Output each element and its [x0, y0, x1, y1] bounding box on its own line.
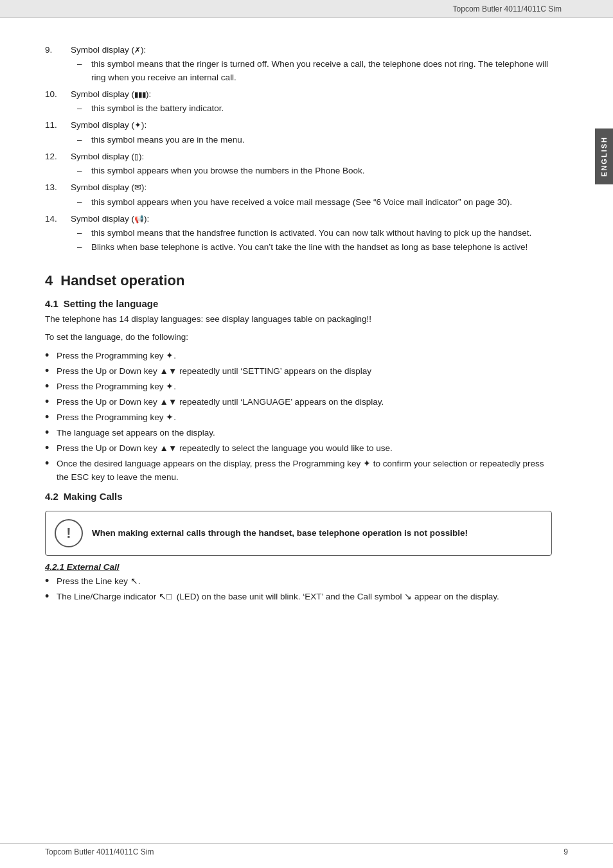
item-sub-text-14a: this symbol means that the handsfree fun…: [91, 227, 552, 240]
list-item: • Press the Up or Down key ▲▼ repeatedly…: [45, 396, 552, 409]
bullet-text: Press the Up or Down key ▲▼ repeatedly t…: [57, 442, 552, 456]
item-content-13: Symbol display (✉): – this symbol appear…: [71, 181, 552, 209]
item-num-12: 12.: [45, 150, 71, 178]
header-title: Topcom Butler 4011/4011C Sim: [453, 4, 562, 13]
list-item-10: 10. Symbol display (▮▮▮): – this symbol …: [45, 88, 552, 116]
footer-left: Topcom Butler 4011/4011C Sim: [45, 847, 154, 856]
bullet-icon: •: [45, 411, 57, 425]
bullet-icon: •: [45, 590, 57, 604]
section-41-intro: The telephone has 14 display languages: …: [45, 313, 552, 326]
bullet-text: The language set appears on the display.: [57, 427, 552, 440]
item-sub-text-14b: Blinks when base telephone is active. Yo…: [91, 241, 552, 254]
item-label-9: Symbol display (✗):: [71, 45, 146, 55]
bullet-icon: •: [45, 426, 57, 440]
section-41-title: Setting the language: [64, 298, 159, 309]
item-content-12: Symbol display (▯): – this symbol appear…: [71, 150, 552, 178]
item-sub-10: – this symbol is the battery indicator.: [71, 102, 552, 115]
bullet-text: Press the Up or Down key ▲▼ repeatedly u…: [57, 365, 552, 378]
bullet-icon: •: [45, 395, 57, 409]
item-content-9: Symbol display (✗): – this symbol means …: [71, 44, 552, 84]
bullet-text: Once the desired language appears on the…: [57, 457, 552, 484]
bullet-text: Press the Programming key ✦.: [57, 380, 552, 394]
list-item: • The language set appears on the displa…: [45, 427, 552, 440]
item-content-14: Symbol display (📢): – this symbol means …: [71, 213, 552, 254]
section-41-num: 4.1: [45, 298, 58, 309]
section-41-bullet-list: • Press the Programming key ✦. • Press t…: [45, 350, 552, 484]
subheading-421: 4.2.1 External Call: [45, 562, 552, 572]
list-item: • Press the Programming key ✦.: [45, 350, 552, 363]
list-item-12: 12. Symbol display (▯): – this symbol ap…: [45, 150, 552, 178]
section-4-num: 4: [45, 272, 53, 289]
item-sub-text-11: this symbol means you are in the menu.: [91, 134, 552, 146]
item-content-10: Symbol display (▮▮▮): – this symbol is t…: [71, 88, 552, 116]
section-42-num: 4.2: [45, 491, 58, 502]
top-header: Topcom Butler 4011/4011C Sim: [0, 0, 613, 18]
page-footer: Topcom Butler 4011/4011C Sim 9: [0, 843, 613, 856]
footer-right: 9: [564, 847, 568, 856]
bullet-icon: •: [45, 441, 57, 456]
item-content-11: Symbol display (✦): – this symbol means …: [71, 119, 552, 146]
bullet-text: Press the Programming key ✦.: [57, 411, 552, 425]
item-label-11: Symbol display (✦):: [71, 120, 147, 130]
section-41-heading: 4.1Setting the language: [45, 298, 552, 309]
main-content: 9. Symbol display (✗): – this symbol mea…: [45, 44, 574, 603]
item-sub-13: – this symbol appears when you have rece…: [71, 196, 552, 209]
subheading-421-label: 4.2.1 External Call: [45, 562, 120, 572]
list-item: • Press the Programming key ✦.: [45, 411, 552, 425]
item-label-10: Symbol display (▮▮▮):: [71, 89, 151, 99]
item-num-14: 14.: [45, 213, 71, 254]
item-sub-11: – this symbol means you are in the menu.: [71, 134, 552, 146]
bullet-icon: •: [45, 457, 57, 471]
bullet-icon: •: [45, 364, 57, 378]
bullet-text: The Line/Charge indicator ↖□ (LED) on th…: [57, 590, 552, 604]
list-item-11: 11. Symbol display (✦): – this symbol me…: [45, 119, 552, 146]
item-num-11: 11.: [45, 119, 71, 146]
section-421-bullet-list: • Press the Line key ↖. • The Line/Charg…: [45, 575, 552, 604]
list-item: • Once the desired language appears on t…: [45, 457, 552, 484]
warning-icon: !: [55, 519, 83, 547]
side-tab-label: ENGLISH: [600, 136, 608, 177]
warning-text: When making external calls through the h…: [92, 527, 468, 540]
item-num-10: 10.: [45, 88, 71, 116]
list-item-14: 14. Symbol display (📢): – this symbol me…: [45, 213, 552, 254]
item-label-14: Symbol display (📢):: [71, 214, 149, 224]
section-42-title: Making Calls: [64, 491, 123, 502]
bullet-text: Press the Programming key ✦.: [57, 350, 552, 363]
item-sub-12: – this symbol appears when you browse th…: [71, 164, 552, 177]
section-42-heading: 4.2Making Calls: [45, 491, 552, 502]
bullet-text: Press the Up or Down key ▲▼ repeatedly u…: [57, 396, 552, 409]
bullet-text: Press the Line key ↖.: [57, 575, 552, 589]
warning-box: ! When making external calls through the…: [45, 511, 552, 556]
item-num-13: 13.: [45, 181, 71, 209]
list-item-13: 13. Symbol display (✉): – this symbol ap…: [45, 181, 552, 209]
item-num-9: 9.: [45, 44, 71, 84]
section-4-heading: 4 Handset operation: [45, 272, 552, 289]
bullet-icon: •: [45, 349, 57, 363]
list-item: • Press the Programming key ✦.: [45, 380, 552, 394]
item-label-12: Symbol display (▯):: [71, 152, 144, 161]
section-41-intro2: To set the language, do the following:: [45, 331, 552, 344]
item-sub-text-9: this symbol means that the ringer is tur…: [91, 58, 552, 84]
side-tab: ENGLISH: [595, 128, 613, 184]
item-label-13: Symbol display (✉):: [71, 182, 147, 192]
item-sub-text-12: this symbol appears when you browse the …: [91, 164, 552, 177]
list-item: • The Line/Charge indicator ↖□ (LED) on …: [45, 590, 552, 604]
list-item: • Press the Up or Down key ▲▼ repeatedly…: [45, 442, 552, 456]
section-4-title: Handset operation: [60, 272, 184, 289]
item-sub-text-13: this symbol appears when you have receiv…: [91, 196, 552, 209]
list-item: • Press the Line key ↖.: [45, 575, 552, 589]
item-sub-14b: – Blinks when base telephone is active. …: [71, 241, 552, 254]
item-sub-text-10: this symbol is the battery indicator.: [91, 102, 552, 115]
bullet-icon: •: [45, 574, 57, 589]
bullet-icon: •: [45, 380, 57, 394]
list-item: • Press the Up or Down key ▲▼ repeatedly…: [45, 365, 552, 378]
list-item-9: 9. Symbol display (✗): – this symbol mea…: [45, 44, 552, 84]
item-sub-9: – this symbol means that the ringer is t…: [71, 58, 552, 84]
page: Topcom Butler 4011/4011C Sim ENGLISH 9. …: [0, 0, 613, 868]
item-sub-14a: – this symbol means that the handsfree f…: [71, 227, 552, 240]
